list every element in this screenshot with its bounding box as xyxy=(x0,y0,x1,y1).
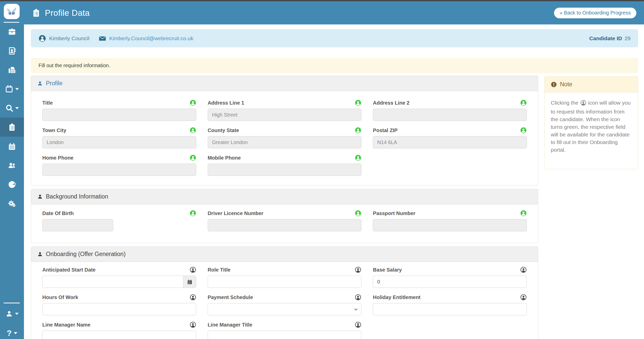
candidate-id-value: 29 xyxy=(625,35,630,41)
field-label: Line Manager Title xyxy=(208,322,252,328)
request-field-user-icon[interactable] xyxy=(355,100,361,106)
request-field-user-icon[interactable] xyxy=(520,266,527,273)
request-field-user-icon[interactable] xyxy=(355,127,361,134)
sidebar-item-jobs[interactable] xyxy=(0,22,24,41)
request-field-user-icon[interactable] xyxy=(520,100,527,106)
field-input xyxy=(373,136,527,148)
note-text-after: icon will allow you to request this info… xyxy=(551,100,630,153)
required-info-alert: Fill out the required information. xyxy=(31,58,638,73)
payment-schedule-select[interactable] xyxy=(208,303,362,315)
request-field-user-icon[interactable] xyxy=(355,154,361,161)
user-circle-icon xyxy=(38,35,46,42)
search-icon xyxy=(5,104,14,112)
clipboard-icon xyxy=(32,8,41,18)
request-field-user-icon[interactable] xyxy=(520,210,527,217)
sidebar-item-calendar[interactable] xyxy=(0,137,24,156)
field-label: Postal ZIP xyxy=(373,128,398,133)
field-passport-number: Passport Number xyxy=(373,210,527,231)
request-field-user-icon[interactable] xyxy=(355,321,361,328)
sidebar-item-reports[interactable] xyxy=(0,175,24,194)
calendar-grid-icon xyxy=(8,142,16,151)
user-icon xyxy=(37,194,43,200)
field-label: Anticipated Start Date xyxy=(42,267,96,273)
chevron-down-icon xyxy=(15,88,19,90)
field-input[interactable] xyxy=(208,331,362,339)
field-line-manager-title: Line Manager Title xyxy=(208,321,362,339)
request-field-user-icon[interactable] xyxy=(355,294,361,301)
field-input xyxy=(208,219,362,231)
note-text: Clicking theicon will allow you to reque… xyxy=(545,92,638,169)
fax-icon xyxy=(8,66,16,74)
field-label: Holiday Entitlement xyxy=(373,294,420,300)
sidebar-nav xyxy=(0,22,24,213)
top-strip xyxy=(0,0,644,1)
field-label: Payment Schedule xyxy=(208,294,253,300)
field-input[interactable] xyxy=(42,331,196,339)
field-base-salary: Base Salary xyxy=(373,266,527,288)
request-field-user-icon[interactable] xyxy=(190,154,196,161)
butterfly-logo-icon xyxy=(6,6,18,17)
user-circle-icon xyxy=(580,100,586,108)
field-label: Base Salary xyxy=(373,267,402,273)
field-input[interactable] xyxy=(208,276,362,288)
sidebar-item-help[interactable]: ? xyxy=(0,326,24,339)
field-input xyxy=(373,219,527,231)
user-icon xyxy=(37,81,43,86)
request-field-user-icon[interactable] xyxy=(190,127,196,134)
field-input xyxy=(208,109,362,121)
sidebar-item-account[interactable] xyxy=(0,307,24,321)
request-field-user-icon[interactable] xyxy=(190,100,196,106)
chevron-down-icon xyxy=(15,313,19,315)
field-input[interactable] xyxy=(42,303,196,315)
field-address-line-2: Address Line 2 xyxy=(373,100,527,121)
field-input[interactable] xyxy=(373,276,527,288)
date-picker-button[interactable] xyxy=(183,276,196,288)
page-header: Profile Data « Back to Onboarding Progre… xyxy=(24,1,644,24)
request-field-user-icon[interactable] xyxy=(190,266,196,273)
gears-icon xyxy=(8,199,16,208)
sidebar-item-search-menu[interactable] xyxy=(0,98,24,118)
field-label: Address Line 2 xyxy=(373,100,409,106)
field-label: Date Of Birth xyxy=(42,210,74,216)
sidebar-item-settings[interactable] xyxy=(0,194,24,213)
sidebar-item-fax[interactable] xyxy=(0,60,24,79)
profile-panel-header: Profile xyxy=(31,76,538,91)
sidebar-item-onboarding-active[interactable] xyxy=(0,118,24,137)
request-field-user-icon[interactable] xyxy=(190,321,196,328)
back-to-onboarding-button[interactable]: « Back to Onboarding Progress xyxy=(554,8,636,18)
page-title: Profile Data xyxy=(45,8,90,18)
note-panel-header: Note xyxy=(545,77,638,92)
candidate-email-link[interactable]: Kimberly.Council@webrecruit.co.uk xyxy=(109,35,193,41)
field-driver-licence-number: Driver Licence Number xyxy=(208,210,362,231)
background-panel-header: Background Information xyxy=(31,189,538,204)
user-icon xyxy=(5,310,13,318)
pie-chart-icon xyxy=(8,180,16,189)
date-input[interactable] xyxy=(42,276,196,288)
sidebar-item-users[interactable] xyxy=(0,156,24,175)
request-field-user-icon[interactable] xyxy=(355,266,361,273)
field-town-city: Town City xyxy=(42,127,196,148)
background-panel: Background Information Date Of Birth xyxy=(31,189,538,243)
clipboard-icon xyxy=(8,123,16,132)
field-input[interactable] xyxy=(373,303,527,315)
exclamation-circle-icon xyxy=(551,81,557,88)
field-home-phone: Home Phone xyxy=(42,154,196,176)
field-label: Role Title xyxy=(208,267,231,273)
request-field-user-icon[interactable] xyxy=(520,127,527,134)
note-text-before: Clicking the xyxy=(551,100,579,106)
field-label: Passport Number xyxy=(373,210,415,216)
request-field-user-icon[interactable] xyxy=(520,294,527,301)
sidebar-item-calendar-menu[interactable] xyxy=(0,79,24,98)
request-field-user-icon[interactable] xyxy=(190,210,196,217)
main-content: Kimberly Council Kimberly.Council@webrec… xyxy=(24,24,644,339)
field-input xyxy=(42,136,196,148)
app-logo[interactable] xyxy=(4,4,20,19)
note-panel: Note Clicking theicon will allow you to … xyxy=(544,76,638,169)
field-hours-of-work: Hours Of Work xyxy=(42,294,196,315)
field-input xyxy=(42,164,196,176)
sidebar-item-contacts[interactable] xyxy=(0,41,24,60)
candidate-name: Kimberly Council xyxy=(49,35,89,41)
field-label: Title xyxy=(42,100,53,106)
request-field-user-icon[interactable] xyxy=(355,210,361,217)
request-field-user-icon[interactable] xyxy=(190,294,196,301)
